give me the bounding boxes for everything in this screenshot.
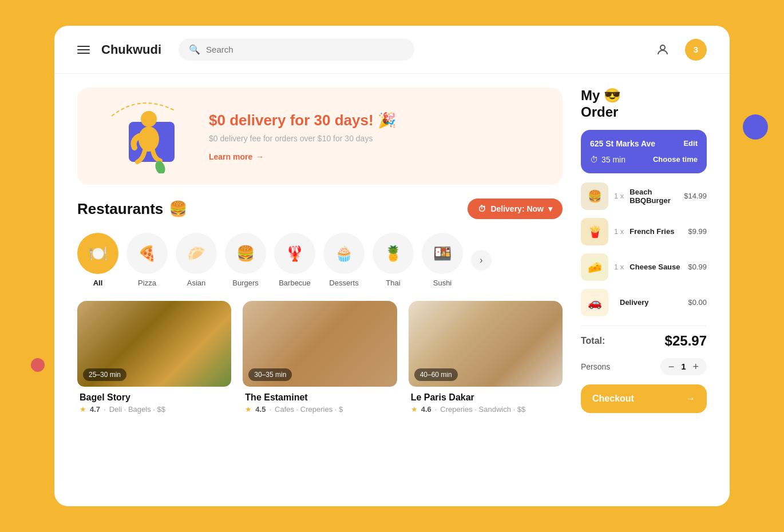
bagel-story-image: 25–30 min	[77, 301, 231, 387]
banner-illustration	[94, 99, 197, 173]
order-item-delivery: 🚗 Delivery $0.00	[581, 289, 707, 316]
user-icon[interactable]	[652, 39, 674, 61]
estaminet-meta: ★ 4.5 · Cafes · Creperies · $	[245, 405, 394, 414]
item-image-delivery: 🚗	[581, 289, 608, 316]
time-row: ⏱ 35 min Choose time	[590, 155, 698, 164]
category-icon-desserts: 🧁	[323, 233, 365, 274]
order-item-fries: 🍟 1 x French Fries $9.99	[581, 218, 707, 245]
address-row: 625 St Marks Ave Edit	[590, 139, 698, 148]
item-price-3: $0.99	[688, 263, 707, 271]
delivery-time-badge-1: 25–30 min	[83, 368, 126, 381]
item-price-2: $9.99	[688, 227, 707, 236]
persons-increment-button[interactable]: +	[692, 362, 699, 372]
bagel-story-info: Bagel Story ★ 4.7 · Deli · Bagels · $$	[77, 387, 231, 416]
category-icon-all: 🍽️	[77, 233, 118, 274]
total-row: Total: $25.97	[581, 325, 707, 349]
restaurant-card-paris-dakar[interactable]: 40–60 min Le Paris Dakar ★ 4.6 · Creperi…	[409, 301, 563, 416]
learn-more-link[interactable]: Learn more →	[209, 152, 534, 161]
category-label-burgers: Burgers	[232, 279, 259, 287]
banner-text: $0 delivery for 30 days! 🎉 $0 delivery f…	[197, 112, 545, 161]
category-label-thai: Thai	[386, 279, 400, 287]
category-asian[interactable]: 🥟 Asian	[176, 233, 217, 287]
persons-count: 1	[681, 362, 686, 371]
estaminet-info: The Estaminet ★ 4.5 · Cafes · Creperies …	[243, 387, 397, 416]
category-label-all: All	[93, 279, 103, 287]
category-label-asian: Asian	[187, 279, 206, 287]
tags-3: Creperies · Sandwich · $$	[440, 405, 525, 414]
tags-1: Deli · Bagels · $$	[109, 405, 165, 414]
order-item-bbq-burger: 🍔 1 x Beach BBQBurger $14.99	[581, 182, 707, 210]
category-filters: 🍽️ All 🍕 Pizza 🥟 Asian 🍔 Burgers 🦞	[77, 233, 563, 287]
svg-point-3	[138, 126, 159, 152]
search-input[interactable]	[206, 45, 403, 54]
category-sushi[interactable]: 🍱 Sushi	[422, 233, 463, 287]
address-text: 625 St Marks Ave	[590, 139, 655, 148]
edit-address-button[interactable]: Edit	[683, 139, 698, 148]
svg-point-0	[660, 45, 665, 50]
paris-dakar-name: Le Paris Dakar	[411, 392, 560, 403]
category-pizza[interactable]: 🍕 Pizza	[126, 233, 168, 287]
delivery-time-badge-3: 40–60 min	[414, 368, 458, 381]
cart-badge[interactable]: 3	[685, 39, 707, 61]
banner-title: $0 delivery for 30 days! 🎉	[209, 112, 534, 129]
delivery-filter-button[interactable]: ⏱ Delivery: Now ▾	[468, 198, 563, 219]
search-icon: 🔍	[189, 44, 200, 55]
bagel-story-name: Bagel Story	[80, 392, 229, 403]
deco-circle-blue	[743, 114, 768, 140]
categories-next-arrow[interactable]: ›	[471, 250, 492, 271]
choose-time-button[interactable]: Choose time	[653, 155, 698, 164]
restaurants-title: Restaurants 🍔	[77, 200, 187, 218]
logo: Chukwudi	[101, 42, 161, 57]
category-burgers[interactable]: 🍔 Burgers	[225, 233, 266, 287]
restaurants-header: Restaurants 🍔 ⏱ Delivery: Now ▾	[77, 198, 563, 219]
rating-2: 4.5	[255, 405, 266, 414]
persons-qty-control: − 1 +	[660, 358, 707, 375]
category-label-barbecue: Barbecue	[279, 279, 311, 287]
search-bar[interactable]: 🔍	[179, 38, 414, 61]
deco-circle-red	[31, 358, 45, 372]
total-amount: $25.97	[665, 333, 707, 349]
item-name-delivery: Delivery	[620, 298, 682, 307]
rating-1: 4.7	[90, 405, 100, 414]
category-barbecue[interactable]: 🦞 Barbecue	[274, 233, 315, 287]
item-price-delivery: $0.00	[688, 298, 707, 307]
persons-label: Persons	[581, 362, 610, 371]
category-icon-barbecue: 🦞	[274, 233, 315, 274]
item-image-bbq-burger: 🍔	[581, 182, 608, 210]
order-title: My 😎 Order	[581, 88, 707, 121]
category-all[interactable]: 🍽️ All	[77, 233, 118, 287]
paris-dakar-info: Le Paris Dakar ★ 4.6 · Creperies · Sandw…	[409, 387, 563, 416]
category-label-pizza: Pizza	[138, 279, 156, 287]
item-name-1: Beach BBQBurger	[629, 188, 678, 205]
category-label-desserts: Desserts	[329, 279, 358, 287]
checkout-button[interactable]: Checkout →	[581, 384, 707, 413]
content-area: $0 delivery for 30 days! 🎉 $0 delivery f…	[77, 88, 563, 493]
category-icon-sushi: 🍱	[422, 233, 463, 274]
order-address-card: 625 St Marks Ave Edit ⏱ 35 min Choose ti…	[581, 130, 707, 173]
restaurant-card-estaminet[interactable]: 30–35 min The Estaminet ★ 4.5 · Cafes · …	[243, 301, 397, 416]
category-thai[interactable]: 🍍 Thai	[373, 233, 414, 287]
banner-subtitle: $0 delivery fee for orders over $10 for …	[209, 134, 534, 143]
star-icon-1: ★	[80, 405, 86, 414]
total-label: Total:	[581, 336, 605, 346]
estaminet-name: The Estaminet	[245, 392, 394, 403]
order-items-list: 🍔 1 x Beach BBQBurger $14.99 🍟 1 x Frenc…	[581, 182, 707, 316]
header: Chukwudi 🔍 3	[54, 26, 730, 74]
category-icon-thai: 🍍	[373, 233, 414, 274]
persons-decrement-button[interactable]: −	[668, 362, 675, 372]
category-label-sushi: Sushi	[433, 279, 452, 287]
category-desserts[interactable]: 🧁 Desserts	[323, 233, 365, 287]
item-name-2: French Fries	[629, 227, 682, 236]
paris-dakar-meta: ★ 4.6 · Creperies · Sandwich · $$	[411, 405, 560, 414]
delivery-time-badge-2: 30–35 min	[248, 368, 292, 381]
paris-dakar-image: 40–60 min	[409, 301, 563, 387]
main-content: $0 delivery for 30 days! 🎉 $0 delivery f…	[54, 74, 730, 506]
restaurant-card-bagel-story[interactable]: 25–30 min Bagel Story ★ 4.7 · Deli · Bag…	[77, 301, 231, 416]
hamburger-menu-icon[interactable]	[77, 46, 90, 54]
item-price-1: $14.99	[684, 192, 707, 200]
bagel-story-meta: ★ 4.7 · Deli · Bagels · $$	[80, 405, 229, 414]
item-qty-3: 1 x	[614, 263, 624, 271]
persons-row: Persons − 1 +	[581, 358, 707, 375]
order-sidebar: My 😎 Order 625 St Marks Ave Edit ⏱ 35 mi…	[581, 88, 707, 493]
order-item-cheese: 🧀 1 x Cheese Sause $0.99	[581, 253, 707, 281]
